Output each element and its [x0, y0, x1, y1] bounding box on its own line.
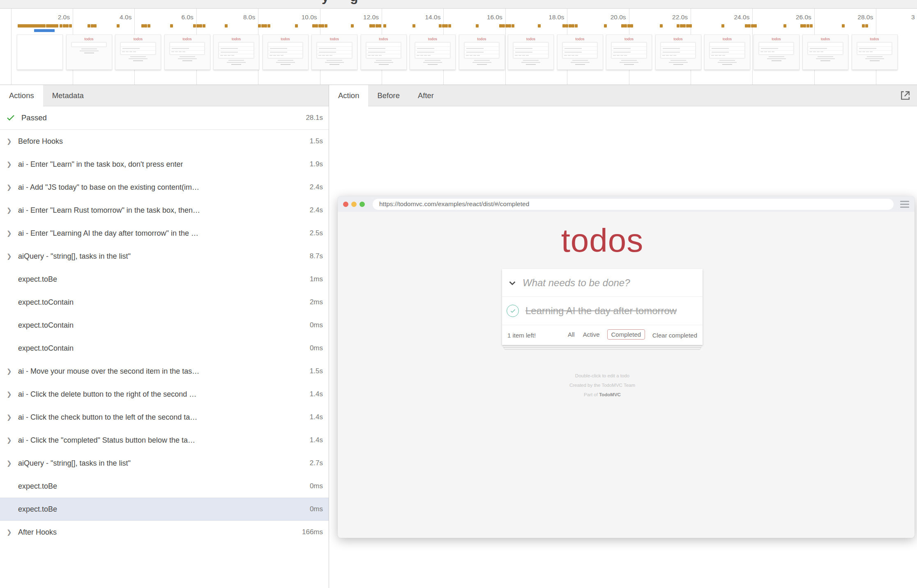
activity-mark	[141, 24, 144, 28]
filmstrip-thumbnail[interactable]: todos	[606, 34, 652, 70]
activity-mark	[295, 24, 298, 28]
activity-mark	[225, 24, 228, 28]
activity-mark	[196, 24, 199, 28]
filter-group: All Active Completed	[567, 329, 645, 340]
open-external-icon[interactable]	[900, 90, 910, 101]
right-panel-tabbar: Action Before After	[329, 85, 917, 106]
action-duration: 2ms	[306, 298, 323, 306]
expand-chevron-icon[interactable]: ❯	[7, 253, 18, 260]
filmstrip-thumbnail[interactable]: todos	[115, 34, 161, 70]
action-label: ai - Click the delete button to the righ…	[18, 390, 196, 399]
activity-mark	[264, 24, 267, 28]
activity-mark	[91, 24, 94, 28]
action-row[interactable]: ❯Before Hooks1.5s	[0, 130, 329, 153]
action-row[interactable]: ❯After Hooks166ms	[0, 521, 329, 544]
filmstrip-thumbnail[interactable]: todos	[802, 34, 848, 70]
filmstrip-thumbnail[interactable]: todos	[704, 34, 750, 70]
filmstrip-thumbnail[interactable]: todos	[655, 34, 701, 70]
action-row[interactable]: ❯ai - Enter "Learn Rust tomorrow" in the…	[0, 199, 329, 222]
action-duration: 1.4s	[306, 413, 323, 421]
timeline-tick-label: 22.0s	[672, 14, 688, 21]
action-label: expect.toBe	[18, 482, 57, 491]
thumbnail-todos-label: todos	[67, 37, 112, 41]
tab-metadata[interactable]: Metadata	[43, 85, 93, 106]
filmstrip-thumbnail[interactable]: todos	[213, 34, 259, 70]
activity-mark	[502, 24, 505, 28]
expand-chevron-icon[interactable]: ❯	[7, 138, 18, 145]
tab-actions[interactable]: Actions	[0, 85, 43, 106]
activity-mark	[562, 24, 565, 28]
expand-chevron-icon[interactable]: ❯	[7, 436, 18, 444]
action-row[interactable]: ❯ai - Click the delete button to the rig…	[0, 383, 329, 406]
activity-mark	[476, 24, 479, 28]
action-row[interactable]: expect.toContain2ms	[0, 291, 329, 314]
filmstrip-thumbnail[interactable]: todos	[66, 34, 112, 70]
action-label: aiQuery - "string[], tasks in the list"	[18, 252, 131, 261]
filmstrip-thumbnail[interactable]: todos	[263, 34, 309, 70]
action-duration: 8.7s	[306, 252, 323, 260]
filmstrip-thumbnail[interactable]: todos	[410, 34, 456, 70]
expand-chevron-icon[interactable]: ❯	[7, 390, 18, 398]
action-label: ai - Enter "Learn" in the task box, don'…	[18, 160, 183, 169]
activity-mark	[267, 24, 270, 28]
hamburger-menu-icon	[900, 201, 909, 208]
tab-action[interactable]: Action	[329, 85, 368, 106]
action-row[interactable]: expect.toContain0ms	[0, 337, 329, 360]
action-row[interactable]: ❯aiQuery - "string[], tasks in the list"…	[0, 452, 329, 475]
action-row[interactable]: expect.toContain0ms	[0, 314, 329, 337]
timeline-tick-label: 4.0s	[120, 14, 131, 21]
filmstrip-thumbnail[interactable]: todos	[459, 34, 505, 70]
action-row[interactable]: ❯ai - Move your mouse over the second it…	[0, 360, 329, 383]
timeline-strip[interactable]: 2.0s4.0s6.0s8.0s10.0s12.0s14.0s16.0s18.0…	[0, 9, 917, 85]
action-rows: ❯Before Hooks1.5s❯ai - Enter "Learn" in …	[0, 130, 329, 544]
tab-before[interactable]: Before	[368, 85, 409, 106]
expand-chevron-icon[interactable]: ❯	[7, 230, 18, 237]
action-row[interactable]: expect.toBe0ms	[0, 498, 329, 521]
tab-after[interactable]: After	[409, 85, 443, 106]
action-row[interactable]: ❯ai - Enter "Learning AI the day after t…	[0, 222, 329, 245]
action-snapshot-panel: https://todomvc.com/examples/react/dist/…	[329, 106, 917, 588]
filmstrip-thumbnail[interactable]: todos	[852, 34, 898, 70]
expand-chevron-icon[interactable]: ❯	[7, 184, 18, 191]
action-label: ai - Click the check button to the left …	[18, 413, 197, 422]
expand-chevron-icon[interactable]: ❯	[7, 368, 18, 375]
activity-mark	[369, 24, 372, 28]
action-row[interactable]: expect.toBe1ms	[0, 268, 329, 291]
action-row[interactable]: expect.toBe0ms	[0, 475, 329, 498]
timeline-tick-label: 20.0s	[611, 14, 626, 21]
action-row[interactable]: ❯ai - Enter "Learn" in the task box, don…	[0, 153, 329, 176]
action-row[interactable]: ❯ai - Add "JS today" to base on the exis…	[0, 176, 329, 199]
filmstrip-thumbnail[interactable]: todos	[753, 34, 799, 70]
traffic-light-zoom-icon	[359, 202, 365, 207]
filmstrip-thumbnail[interactable]: todos	[508, 34, 554, 70]
todo-item: Learning AI the day after tomorrow	[502, 297, 703, 325]
activity-mark	[46, 24, 58, 28]
action-row[interactable]: ❯ai - Click the check button to the left…	[0, 406, 329, 429]
filter-active: Active	[582, 329, 601, 340]
filmstrip-thumbnail[interactable]: todos	[557, 34, 603, 70]
new-todo-placeholder: What needs to be done?	[523, 277, 630, 289]
action-row[interactable]: ❯ai - Click the "completed" Status butto…	[0, 429, 329, 452]
expand-chevron-icon[interactable]: ❯	[7, 207, 18, 214]
filmstrip-thumbnail[interactable]: todos	[311, 34, 357, 70]
expand-chevron-icon[interactable]: ❯	[7, 413, 18, 421]
filmstrip-thumbnail[interactable]	[17, 34, 63, 70]
new-todo-row: What needs to be done?	[502, 269, 703, 297]
info-line: Created by the TodoMVC Team	[502, 381, 703, 390]
timeline-tick-label: 2.0s	[58, 14, 70, 21]
action-label: ai - Enter "Learning AI the day after to…	[18, 229, 198, 238]
window-title-fragment: g	[350, 0, 358, 5]
filmstrip-thumbnail[interactable]: todos	[164, 34, 210, 70]
expand-chevron-icon[interactable]: ❯	[7, 161, 18, 168]
todo-footer: 1 item left! All Active Completed Clear …	[502, 325, 703, 345]
activity-mark	[630, 24, 633, 28]
action-row[interactable]: ❯aiQuery - "string[], tasks in the list"…	[0, 245, 329, 268]
expand-chevron-icon[interactable]: ❯	[7, 528, 18, 536]
left-panel-tabbar: Actions Metadata	[0, 85, 329, 106]
filmstrip-thumbnail[interactable]: todos	[361, 34, 407, 70]
action-duration: 1.9s	[306, 160, 323, 168]
activity-mark	[677, 24, 680, 28]
activity-mark	[783, 24, 786, 28]
expand-chevron-icon[interactable]: ❯	[7, 459, 18, 467]
activity-mark	[378, 24, 381, 28]
